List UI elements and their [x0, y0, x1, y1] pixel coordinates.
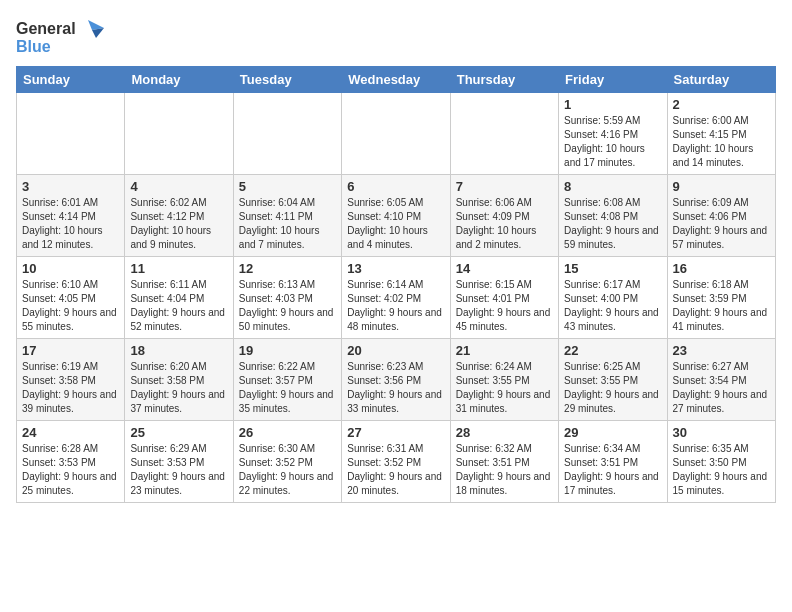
calendar-cell	[342, 93, 450, 175]
day-of-week-header: Monday	[125, 67, 233, 93]
day-of-week-header: Friday	[559, 67, 667, 93]
calendar-cell: 24Sunrise: 6:28 AM Sunset: 3:53 PM Dayli…	[17, 421, 125, 503]
calendar-week-row: 3Sunrise: 6:01 AM Sunset: 4:14 PM Daylig…	[17, 175, 776, 257]
calendar-cell: 25Sunrise: 6:29 AM Sunset: 3:53 PM Dayli…	[125, 421, 233, 503]
calendar-cell: 20Sunrise: 6:23 AM Sunset: 3:56 PM Dayli…	[342, 339, 450, 421]
day-info: Sunrise: 6:17 AM Sunset: 4:00 PM Dayligh…	[564, 278, 661, 334]
calendar-body: 1Sunrise: 5:59 AM Sunset: 4:16 PM Daylig…	[17, 93, 776, 503]
calendar-cell: 17Sunrise: 6:19 AM Sunset: 3:58 PM Dayli…	[17, 339, 125, 421]
day-info: Sunrise: 6:05 AM Sunset: 4:10 PM Dayligh…	[347, 196, 444, 252]
calendar-cell: 16Sunrise: 6:18 AM Sunset: 3:59 PM Dayli…	[667, 257, 775, 339]
day-info: Sunrise: 5:59 AM Sunset: 4:16 PM Dayligh…	[564, 114, 661, 170]
day-number: 3	[22, 179, 119, 194]
day-info: Sunrise: 6:32 AM Sunset: 3:51 PM Dayligh…	[456, 442, 553, 498]
calendar-cell	[17, 93, 125, 175]
calendar-cell	[125, 93, 233, 175]
day-number: 10	[22, 261, 119, 276]
day-info: Sunrise: 6:29 AM Sunset: 3:53 PM Dayligh…	[130, 442, 227, 498]
calendar-cell: 11Sunrise: 6:11 AM Sunset: 4:04 PM Dayli…	[125, 257, 233, 339]
logo-svg: GeneralBlue	[16, 16, 106, 56]
day-info: Sunrise: 6:25 AM Sunset: 3:55 PM Dayligh…	[564, 360, 661, 416]
day-info: Sunrise: 6:09 AM Sunset: 4:06 PM Dayligh…	[673, 196, 770, 252]
day-number: 22	[564, 343, 661, 358]
day-number: 1	[564, 97, 661, 112]
day-of-week-header: Wednesday	[342, 67, 450, 93]
day-number: 21	[456, 343, 553, 358]
calendar-cell: 18Sunrise: 6:20 AM Sunset: 3:58 PM Dayli…	[125, 339, 233, 421]
day-info: Sunrise: 6:23 AM Sunset: 3:56 PM Dayligh…	[347, 360, 444, 416]
day-number: 5	[239, 179, 336, 194]
calendar-cell: 22Sunrise: 6:25 AM Sunset: 3:55 PM Dayli…	[559, 339, 667, 421]
day-info: Sunrise: 6:14 AM Sunset: 4:02 PM Dayligh…	[347, 278, 444, 334]
calendar-cell: 6Sunrise: 6:05 AM Sunset: 4:10 PM Daylig…	[342, 175, 450, 257]
day-info: Sunrise: 6:27 AM Sunset: 3:54 PM Dayligh…	[673, 360, 770, 416]
day-info: Sunrise: 6:01 AM Sunset: 4:14 PM Dayligh…	[22, 196, 119, 252]
calendar-week-row: 17Sunrise: 6:19 AM Sunset: 3:58 PM Dayli…	[17, 339, 776, 421]
calendar-table: SundayMondayTuesdayWednesdayThursdayFrid…	[16, 66, 776, 503]
day-info: Sunrise: 6:08 AM Sunset: 4:08 PM Dayligh…	[564, 196, 661, 252]
day-info: Sunrise: 6:02 AM Sunset: 4:12 PM Dayligh…	[130, 196, 227, 252]
calendar-cell: 4Sunrise: 6:02 AM Sunset: 4:12 PM Daylig…	[125, 175, 233, 257]
calendar-cell: 8Sunrise: 6:08 AM Sunset: 4:08 PM Daylig…	[559, 175, 667, 257]
calendar-cell: 2Sunrise: 6:00 AM Sunset: 4:15 PM Daylig…	[667, 93, 775, 175]
day-number: 13	[347, 261, 444, 276]
calendar-week-row: 1Sunrise: 5:59 AM Sunset: 4:16 PM Daylig…	[17, 93, 776, 175]
day-number: 30	[673, 425, 770, 440]
calendar-cell: 23Sunrise: 6:27 AM Sunset: 3:54 PM Dayli…	[667, 339, 775, 421]
day-info: Sunrise: 6:15 AM Sunset: 4:01 PM Dayligh…	[456, 278, 553, 334]
day-number: 8	[564, 179, 661, 194]
calendar-cell: 1Sunrise: 5:59 AM Sunset: 4:16 PM Daylig…	[559, 93, 667, 175]
day-number: 11	[130, 261, 227, 276]
day-of-week-header: Thursday	[450, 67, 558, 93]
calendar-cell: 13Sunrise: 6:14 AM Sunset: 4:02 PM Dayli…	[342, 257, 450, 339]
day-number: 9	[673, 179, 770, 194]
day-number: 14	[456, 261, 553, 276]
day-number: 27	[347, 425, 444, 440]
calendar-cell: 9Sunrise: 6:09 AM Sunset: 4:06 PM Daylig…	[667, 175, 775, 257]
day-number: 18	[130, 343, 227, 358]
svg-text:Blue: Blue	[16, 38, 51, 55]
day-info: Sunrise: 6:34 AM Sunset: 3:51 PM Dayligh…	[564, 442, 661, 498]
day-number: 12	[239, 261, 336, 276]
day-info: Sunrise: 6:20 AM Sunset: 3:58 PM Dayligh…	[130, 360, 227, 416]
calendar-cell: 7Sunrise: 6:06 AM Sunset: 4:09 PM Daylig…	[450, 175, 558, 257]
day-number: 25	[130, 425, 227, 440]
day-info: Sunrise: 6:30 AM Sunset: 3:52 PM Dayligh…	[239, 442, 336, 498]
calendar-week-row: 10Sunrise: 6:10 AM Sunset: 4:05 PM Dayli…	[17, 257, 776, 339]
calendar-cell: 26Sunrise: 6:30 AM Sunset: 3:52 PM Dayli…	[233, 421, 341, 503]
day-of-week-header: Saturday	[667, 67, 775, 93]
calendar-header-row: SundayMondayTuesdayWednesdayThursdayFrid…	[17, 67, 776, 93]
day-info: Sunrise: 6:35 AM Sunset: 3:50 PM Dayligh…	[673, 442, 770, 498]
day-number: 16	[673, 261, 770, 276]
calendar-cell: 28Sunrise: 6:32 AM Sunset: 3:51 PM Dayli…	[450, 421, 558, 503]
day-info: Sunrise: 6:28 AM Sunset: 3:53 PM Dayligh…	[22, 442, 119, 498]
day-info: Sunrise: 6:18 AM Sunset: 3:59 PM Dayligh…	[673, 278, 770, 334]
day-number: 24	[22, 425, 119, 440]
calendar-cell: 15Sunrise: 6:17 AM Sunset: 4:00 PM Dayli…	[559, 257, 667, 339]
calendar-cell: 29Sunrise: 6:34 AM Sunset: 3:51 PM Dayli…	[559, 421, 667, 503]
calendar-cell	[450, 93, 558, 175]
day-number: 29	[564, 425, 661, 440]
day-number: 4	[130, 179, 227, 194]
calendar-cell: 14Sunrise: 6:15 AM Sunset: 4:01 PM Dayli…	[450, 257, 558, 339]
day-info: Sunrise: 6:22 AM Sunset: 3:57 PM Dayligh…	[239, 360, 336, 416]
calendar-week-row: 24Sunrise: 6:28 AM Sunset: 3:53 PM Dayli…	[17, 421, 776, 503]
day-number: 28	[456, 425, 553, 440]
svg-text:General: General	[16, 20, 76, 37]
day-number: 6	[347, 179, 444, 194]
day-of-week-header: Sunday	[17, 67, 125, 93]
calendar-cell: 19Sunrise: 6:22 AM Sunset: 3:57 PM Dayli…	[233, 339, 341, 421]
day-info: Sunrise: 6:13 AM Sunset: 4:03 PM Dayligh…	[239, 278, 336, 334]
calendar-cell: 10Sunrise: 6:10 AM Sunset: 4:05 PM Dayli…	[17, 257, 125, 339]
day-number: 19	[239, 343, 336, 358]
day-number: 23	[673, 343, 770, 358]
calendar-cell: 5Sunrise: 6:04 AM Sunset: 4:11 PM Daylig…	[233, 175, 341, 257]
day-number: 7	[456, 179, 553, 194]
day-info: Sunrise: 6:11 AM Sunset: 4:04 PM Dayligh…	[130, 278, 227, 334]
day-number: 17	[22, 343, 119, 358]
day-info: Sunrise: 6:19 AM Sunset: 3:58 PM Dayligh…	[22, 360, 119, 416]
calendar-cell	[233, 93, 341, 175]
day-info: Sunrise: 6:10 AM Sunset: 4:05 PM Dayligh…	[22, 278, 119, 334]
day-info: Sunrise: 6:04 AM Sunset: 4:11 PM Dayligh…	[239, 196, 336, 252]
calendar-cell: 21Sunrise: 6:24 AM Sunset: 3:55 PM Dayli…	[450, 339, 558, 421]
